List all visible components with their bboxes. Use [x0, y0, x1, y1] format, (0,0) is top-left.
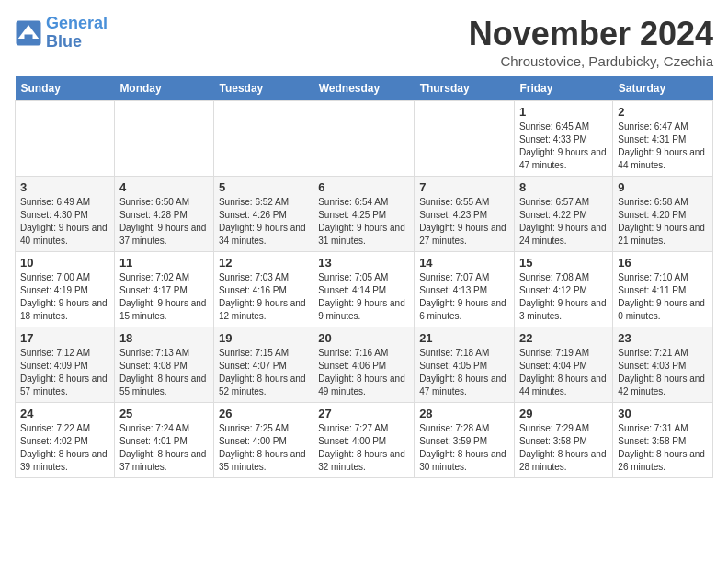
day-number: 8 [519, 180, 608, 194]
day-number: 22 [519, 331, 608, 345]
day-number: 4 [119, 180, 209, 194]
calendar-cell: 19Sunrise: 7:15 AM Sunset: 4:07 PM Dayli… [213, 327, 313, 403]
day-info: Sunrise: 7:03 AM Sunset: 4:16 PM Dayligh… [219, 271, 308, 323]
location: Chroustovice, Pardubicky, Czechia [469, 53, 713, 69]
day-info: Sunrise: 6:58 AM Sunset: 4:20 PM Dayligh… [618, 196, 708, 247]
dow-monday: Monday [114, 76, 213, 101]
day-info: Sunrise: 7:05 AM Sunset: 4:14 PM Dayligh… [318, 271, 409, 323]
day-info: Sunrise: 6:50 AM Sunset: 4:28 PM Dayligh… [119, 196, 209, 247]
day-number: 24 [20, 407, 109, 420]
calendar-cell: 18Sunrise: 7:13 AM Sunset: 4:08 PM Dayli… [114, 327, 213, 403]
day-info: Sunrise: 7:29 AM Sunset: 3:58 PM Dayligh… [519, 422, 608, 474]
calendar-body: 1Sunrise: 6:45 AM Sunset: 4:33 PM Daylig… [16, 101, 713, 478]
calendar-cell [313, 101, 415, 177]
day-info: Sunrise: 6:47 AM Sunset: 4:31 PM Dayligh… [618, 121, 708, 172]
day-number: 19 [219, 331, 308, 345]
days-of-week-header: SundayMondayTuesdayWednesdayThursdayFrid… [16, 76, 713, 101]
week-row-3: 17Sunrise: 7:12 AM Sunset: 4:09 PM Dayli… [16, 327, 713, 403]
day-info: Sunrise: 6:57 AM Sunset: 4:22 PM Dayligh… [519, 196, 608, 247]
day-number: 18 [119, 331, 209, 345]
day-info: Sunrise: 7:12 AM Sunset: 4:09 PM Dayligh… [20, 347, 109, 398]
day-info: Sunrise: 7:27 AM Sunset: 4:00 PM Dayligh… [318, 422, 409, 474]
calendar-cell: 28Sunrise: 7:28 AM Sunset: 3:59 PM Dayli… [415, 403, 515, 478]
day-number: 1 [519, 105, 608, 119]
day-info: Sunrise: 6:45 AM Sunset: 4:33 PM Dayligh… [519, 121, 608, 172]
day-number: 20 [318, 331, 409, 345]
calendar-cell: 21Sunrise: 7:18 AM Sunset: 4:05 PM Dayli… [415, 327, 515, 403]
calendar-cell: 27Sunrise: 7:27 AM Sunset: 4:00 PM Dayli… [313, 403, 415, 478]
day-info: Sunrise: 7:00 AM Sunset: 4:19 PM Dayligh… [20, 271, 109, 323]
logo-icon [15, 19, 42, 47]
day-info: Sunrise: 7:10 AM Sunset: 4:11 PM Dayligh… [618, 271, 708, 323]
day-number: 30 [618, 407, 708, 420]
dow-friday: Friday [514, 76, 612, 101]
calendar-cell: 15Sunrise: 7:08 AM Sunset: 4:12 PM Dayli… [514, 252, 612, 327]
day-info: Sunrise: 7:15 AM Sunset: 4:07 PM Dayligh… [219, 347, 308, 398]
calendar-cell: 4Sunrise: 6:50 AM Sunset: 4:28 PM Daylig… [114, 177, 213, 252]
calendar-cell: 23Sunrise: 7:21 AM Sunset: 4:03 PM Dayli… [613, 327, 713, 403]
dow-thursday: Thursday [415, 76, 515, 101]
dow-saturday: Saturday [613, 76, 713, 101]
dow-sunday: Sunday [16, 76, 115, 101]
day-info: Sunrise: 7:19 AM Sunset: 4:04 PM Dayligh… [519, 347, 608, 398]
calendar-cell: 29Sunrise: 7:29 AM Sunset: 3:58 PM Dayli… [514, 403, 612, 478]
calendar-cell [213, 101, 313, 177]
day-number: 28 [419, 407, 509, 420]
calendar-cell: 26Sunrise: 7:25 AM Sunset: 4:00 PM Dayli… [213, 403, 313, 478]
day-info: Sunrise: 7:07 AM Sunset: 4:13 PM Dayligh… [419, 271, 509, 323]
day-info: Sunrise: 6:55 AM Sunset: 4:23 PM Dayligh… [419, 196, 509, 247]
calendar-cell: 10Sunrise: 7:00 AM Sunset: 4:19 PM Dayli… [16, 252, 115, 327]
calendar-cell: 13Sunrise: 7:05 AM Sunset: 4:14 PM Dayli… [313, 252, 415, 327]
logo: General Blue [15, 15, 108, 52]
day-info: Sunrise: 7:13 AM Sunset: 4:08 PM Dayligh… [119, 347, 209, 398]
logo-line1: General [46, 14, 108, 32]
day-number: 10 [20, 256, 109, 270]
calendar-cell: 8Sunrise: 6:57 AM Sunset: 4:22 PM Daylig… [514, 177, 612, 252]
calendar-cell: 9Sunrise: 6:58 AM Sunset: 4:20 PM Daylig… [613, 177, 713, 252]
day-number: 11 [119, 256, 209, 270]
day-number: 14 [419, 256, 509, 270]
day-info: Sunrise: 6:54 AM Sunset: 4:25 PM Dayligh… [318, 196, 409, 247]
day-number: 15 [519, 256, 608, 270]
calendar-cell: 24Sunrise: 7:22 AM Sunset: 4:02 PM Dayli… [16, 403, 115, 478]
day-number: 12 [219, 256, 308, 270]
svg-rect-2 [25, 34, 33, 41]
calendar-cell: 22Sunrise: 7:19 AM Sunset: 4:04 PM Dayli… [514, 327, 612, 403]
month-title: November 2024 [469, 15, 713, 53]
day-info: Sunrise: 7:18 AM Sunset: 4:05 PM Dayligh… [419, 347, 509, 398]
calendar-cell: 6Sunrise: 6:54 AM Sunset: 4:25 PM Daylig… [313, 177, 415, 252]
calendar-cell [114, 101, 213, 177]
day-number: 26 [219, 407, 308, 420]
day-info: Sunrise: 7:28 AM Sunset: 3:59 PM Dayligh… [419, 422, 509, 474]
calendar-cell: 11Sunrise: 7:02 AM Sunset: 4:17 PM Dayli… [114, 252, 213, 327]
week-row-1: 3Sunrise: 6:49 AM Sunset: 4:30 PM Daylig… [16, 177, 713, 252]
day-number: 23 [618, 331, 708, 345]
day-number: 13 [318, 256, 409, 270]
day-info: Sunrise: 7:22 AM Sunset: 4:02 PM Dayligh… [20, 422, 109, 474]
day-number: 17 [20, 331, 109, 345]
day-number: 7 [419, 180, 509, 194]
title-block: November 2024 Chroustovice, Pardubicky, … [469, 15, 713, 69]
calendar-cell: 3Sunrise: 6:49 AM Sunset: 4:30 PM Daylig… [16, 177, 115, 252]
day-number: 6 [318, 180, 409, 194]
day-number: 27 [318, 407, 409, 420]
calendar-cell: 5Sunrise: 6:52 AM Sunset: 4:26 PM Daylig… [213, 177, 313, 252]
day-number: 3 [20, 180, 109, 194]
calendar-cell: 17Sunrise: 7:12 AM Sunset: 4:09 PM Dayli… [16, 327, 115, 403]
day-number: 16 [618, 256, 708, 270]
page-header: General Blue November 2024 Chroustovice,… [15, 15, 713, 69]
calendar-cell: 30Sunrise: 7:31 AM Sunset: 3:58 PM Dayli… [613, 403, 713, 478]
day-number: 9 [618, 180, 708, 194]
day-info: Sunrise: 7:21 AM Sunset: 4:03 PM Dayligh… [618, 347, 708, 398]
day-info: Sunrise: 6:52 AM Sunset: 4:26 PM Dayligh… [219, 196, 308, 247]
logo-line2: Blue [46, 32, 82, 51]
calendar-cell: 14Sunrise: 7:07 AM Sunset: 4:13 PM Dayli… [415, 252, 515, 327]
calendar-cell: 25Sunrise: 7:24 AM Sunset: 4:01 PM Dayli… [114, 403, 213, 478]
calendar-cell: 2Sunrise: 6:47 AM Sunset: 4:31 PM Daylig… [613, 101, 713, 177]
day-info: Sunrise: 6:49 AM Sunset: 4:30 PM Dayligh… [20, 196, 109, 247]
day-info: Sunrise: 7:08 AM Sunset: 4:12 PM Dayligh… [519, 271, 608, 323]
dow-tuesday: Tuesday [213, 76, 313, 101]
day-number: 21 [419, 331, 509, 345]
day-info: Sunrise: 7:16 AM Sunset: 4:06 PM Dayligh… [318, 347, 409, 398]
day-info: Sunrise: 7:24 AM Sunset: 4:01 PM Dayligh… [119, 422, 209, 474]
